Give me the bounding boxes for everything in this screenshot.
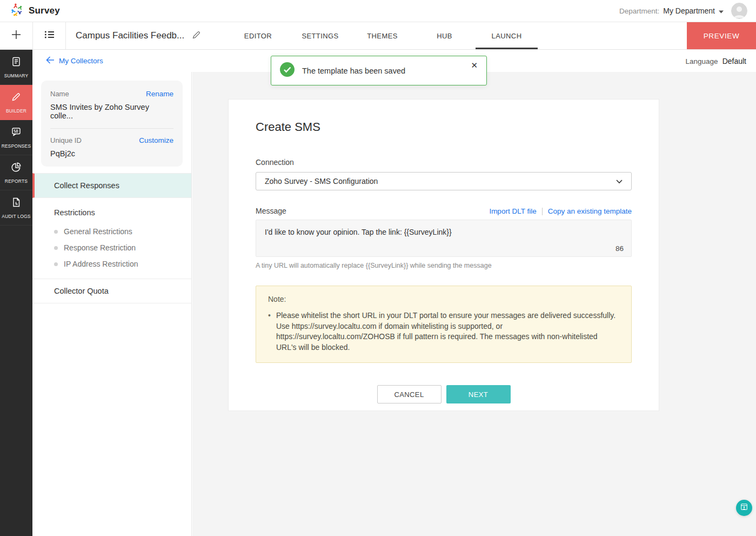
- survey-title-area: Campus Facilities Feedb...: [66, 22, 227, 49]
- page-title: Create SMS: [256, 120, 632, 134]
- nav-restrictions[interactable]: Restrictions: [32, 198, 191, 223]
- nav-ip-address-restriction[interactable]: IP Address Restriction: [32, 256, 191, 272]
- left-rail: SUMMARY BUILDER RESPONSES: [0, 50, 32, 536]
- support-chat-button[interactable]: [736, 500, 752, 516]
- builder-pencil-icon: [11, 91, 22, 104]
- import-dlt-file-link[interactable]: Import DLT file: [489, 207, 536, 215]
- unique-id-value: PqBj2c: [50, 149, 173, 158]
- user-avatar[interactable]: [731, 3, 747, 19]
- character-count: 86: [615, 244, 624, 253]
- tab-settings[interactable]: SETTINGS: [289, 22, 351, 49]
- survey-tabs: EDITOR SETTINGS THEMES HUB LAUNCH: [227, 22, 538, 49]
- tab-launch[interactable]: LAUNCH: [476, 22, 538, 49]
- summary-icon: [11, 56, 22, 69]
- bullet-dot-icon: [54, 262, 58, 266]
- note-text: Please whitelist the short URL in your D…: [276, 310, 619, 353]
- nav-response-restriction[interactable]: Response Restriction: [32, 240, 191, 256]
- message-input-box: I'd like to know your opinion. Tap the l…: [256, 220, 632, 257]
- reports-pie-icon: [11, 162, 22, 175]
- rail-item-builder[interactable]: BUILDER: [0, 85, 32, 120]
- nav-sub-label: IP Address Restriction: [64, 260, 138, 268]
- language-selector: Language Default: [686, 57, 746, 65]
- breadcrumb-label: My Collectors: [59, 57, 103, 65]
- rail-label: BUILDER: [6, 108, 26, 114]
- rail-label: AUDIT LOGS: [2, 214, 30, 219]
- top-bar: Survey Department: My Department: [0, 0, 756, 22]
- chat-window-icon: [740, 502, 748, 513]
- connection-label: Connection: [256, 158, 632, 167]
- toast-close-icon[interactable]: ✕: [471, 61, 478, 69]
- department-label: Department:: [619, 7, 659, 15]
- rail-item-responses[interactable]: RESPONSES: [0, 120, 32, 155]
- bullet-dot-icon: [54, 230, 58, 234]
- connection-select[interactable]: Zoho Survey - SMS Configuration: [256, 172, 632, 190]
- link-divider: [542, 208, 543, 215]
- nav-sub-label: Response Restriction: [64, 243, 136, 252]
- customize-link[interactable]: Customize: [139, 136, 173, 144]
- collector-name: SMS Invites by Zoho Survey colle...: [50, 103, 173, 120]
- collector-side-panel: Name Rename SMS Invites by Zoho Survey c…: [32, 72, 192, 536]
- toast-message: The template has been saved: [302, 67, 405, 75]
- list-icon: [44, 29, 55, 42]
- app-logo[interactable]: Survey: [10, 3, 60, 19]
- copy-existing-template-link[interactable]: Copy an existing template: [548, 207, 632, 215]
- bullet-dot-icon: [54, 246, 58, 250]
- back-to-my-collectors-link[interactable]: My Collectors: [46, 56, 103, 65]
- note-bullet-icon: •: [268, 310, 271, 353]
- language-value[interactable]: Default: [722, 57, 746, 65]
- name-label: Name: [50, 90, 69, 98]
- responses-icon: [11, 127, 22, 140]
- nav-general-restrictions[interactable]: General Restrictions: [32, 223, 191, 240]
- app-window: Survey Department: My Department: [0, 0, 756, 536]
- rail-label: SUMMARY: [4, 73, 29, 78]
- nav-sub-label: General Restrictions: [64, 227, 132, 236]
- note-title: Note:: [268, 295, 619, 303]
- dlt-note-box: Note: • Please whitelist the short URL i…: [256, 286, 632, 363]
- next-button[interactable]: NEXT: [446, 385, 511, 403]
- success-check-icon: [280, 62, 295, 79]
- survey-list-button[interactable]: [33, 22, 66, 49]
- department-value: My Department: [663, 6, 715, 15]
- tab-row: Campus Facilities Feedb... EDITOR SETTIN…: [0, 22, 756, 50]
- rename-link[interactable]: Rename: [146, 90, 173, 98]
- tab-themes[interactable]: THEMES: [351, 22, 413, 49]
- cancel-button[interactable]: CANCEL: [377, 385, 441, 403]
- chevron-down-icon: [616, 176, 623, 186]
- success-toast: The template has been saved ✕: [271, 56, 487, 85]
- plus-icon: [10, 29, 22, 43]
- rail-item-summary[interactable]: SUMMARY: [0, 50, 32, 85]
- audit-logs-icon: [11, 197, 22, 210]
- message-textarea[interactable]: I'd like to know your opinion. Tap the l…: [256, 220, 631, 256]
- brand-name: Survey: [29, 5, 60, 16]
- nav-collect-responses[interactable]: Collect Responses: [32, 173, 191, 198]
- edit-title-icon[interactable]: [192, 30, 201, 42]
- connection-value: Zoho Survey - SMS Configuration: [265, 177, 378, 186]
- rail-item-audit-logs[interactable]: AUDIT LOGS: [0, 190, 32, 226]
- tab-editor[interactable]: EDITOR: [227, 22, 289, 49]
- department-selector[interactable]: Department: My Department: [619, 6, 724, 16]
- create-sms-card: Create SMS Connection Zoho Survey - SMS …: [228, 99, 659, 411]
- divider: [50, 128, 173, 129]
- collector-info-card: Name Rename SMS Invites by Zoho Survey c…: [41, 81, 183, 167]
- caret-down-icon: [719, 6, 724, 16]
- survey-title: Campus Facilities Feedb...: [76, 30, 184, 41]
- language-label: Language: [686, 57, 718, 65]
- new-survey-button[interactable]: [0, 22, 33, 49]
- nav-collector-quota[interactable]: Collector Quota: [32, 279, 191, 303]
- unique-id-label: Unique ID: [50, 136, 82, 144]
- tab-hub[interactable]: HUB: [413, 22, 476, 49]
- rail-item-reports[interactable]: REPORTS: [0, 155, 32, 190]
- rail-label: REPORTS: [5, 178, 28, 184]
- preview-button[interactable]: PREVIEW: [687, 22, 756, 49]
- rail-label: RESPONSES: [2, 143, 31, 149]
- content-area: Create SMS Connection Zoho Survey - SMS …: [192, 72, 756, 536]
- back-arrow-icon: [46, 56, 55, 65]
- surveylink-helper-text: A tiny URL will automatically replace {{…: [256, 262, 632, 269]
- zoho-survey-logo-icon: [10, 3, 24, 19]
- message-label: Message: [256, 207, 286, 215]
- collector-nav: Collect Responses Restrictions General R…: [32, 173, 191, 303]
